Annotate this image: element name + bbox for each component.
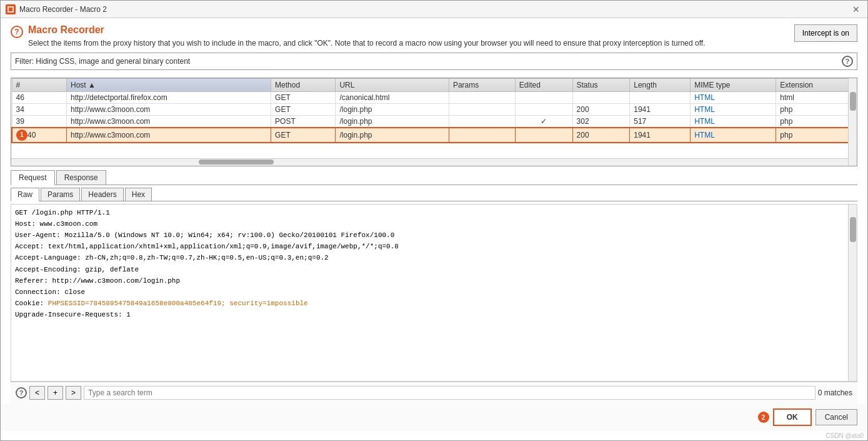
cookie-value: PHPSESSID=7845895475849a1658e800a485e64f… bbox=[48, 300, 308, 307]
footer-actions: 2 OK Cancel bbox=[1, 403, 867, 431]
request-line-cookie: Cookie: PHPSESSID=7845895475849a1658e800… bbox=[15, 298, 844, 309]
tab-request[interactable]: Request bbox=[11, 170, 55, 185]
intercept-button[interactable]: Intercept is on bbox=[794, 24, 857, 42]
cell-params bbox=[449, 128, 515, 143]
cell-length: 517 bbox=[630, 115, 691, 128]
cell-extension: php bbox=[776, 115, 856, 128]
content-scrollbar[interactable] bbox=[848, 205, 857, 381]
col-header-num[interactable]: # bbox=[12, 78, 66, 91]
cell-method: GET bbox=[271, 91, 336, 103]
window-title: Macro Recorder - Macro 2 bbox=[19, 5, 107, 14]
request-line: GET /login.php HTTP/1.1 bbox=[15, 207, 844, 218]
request-line: User-Agent: Mozilla/5.0 (Windows NT 10.0… bbox=[15, 230, 844, 241]
ok-button[interactable]: OK bbox=[773, 408, 812, 426]
cell-edited bbox=[515, 128, 572, 143]
cell-status bbox=[572, 91, 630, 103]
app-icon bbox=[6, 4, 16, 14]
col-header-edited[interactable]: Edited bbox=[515, 78, 572, 91]
sub-tab-row: Raw Params Headers Hex bbox=[11, 188, 857, 201]
nav-prev-button[interactable]: < bbox=[29, 386, 45, 400]
nav-add-button[interactable]: + bbox=[47, 386, 63, 400]
proxy-table: # Host ▲ Method URL Params Edited Status… bbox=[11, 78, 857, 143]
cell-url: /login.php bbox=[336, 103, 449, 115]
col-header-extension[interactable]: Extension bbox=[776, 78, 856, 91]
cancel-button[interactable]: Cancel bbox=[816, 409, 857, 425]
close-button[interactable]: ✕ bbox=[850, 4, 862, 15]
macro-recorder-title: Macro Recorder bbox=[28, 24, 706, 36]
cell-url: /login.php bbox=[336, 115, 449, 128]
cell-params bbox=[449, 91, 515, 103]
row-badge: 1 bbox=[16, 129, 27, 141]
request-line: Referer: http://www.c3moon.com/login.php bbox=[15, 275, 844, 286]
cell-num: 46 bbox=[12, 91, 66, 103]
cell-mime: HTML bbox=[691, 103, 776, 115]
cell-extension: php bbox=[776, 103, 856, 115]
request-line: Accept-Encoding: gzip, deflate bbox=[15, 264, 844, 275]
cell-url: /canonical.html bbox=[336, 91, 449, 103]
header-text-block: Macro Recorder Select the items from the… bbox=[28, 24, 706, 49]
col-header-host[interactable]: Host ▲ bbox=[66, 78, 271, 91]
main-tab-row: Request Response bbox=[11, 170, 857, 185]
search-bar: ? < + > 0 matches bbox=[11, 382, 857, 403]
cell-mime: HTML bbox=[691, 91, 776, 103]
sub-tab-headers[interactable]: Headers bbox=[81, 188, 123, 201]
cell-url: /login.php bbox=[336, 128, 449, 143]
cell-extension: php bbox=[776, 128, 856, 143]
svg-rect-1 bbox=[9, 8, 12, 11]
request-line: Connection: close bbox=[15, 286, 844, 298]
cell-params bbox=[449, 115, 515, 128]
request-text: GET /login.php HTTP/1.1 Host: www.c3moon… bbox=[11, 205, 857, 381]
tab-response[interactable]: Response bbox=[56, 170, 106, 185]
cell-extension: html bbox=[776, 91, 856, 103]
main-window: Macro Recorder - Macro 2 ✕ ? Macro Recor… bbox=[0, 0, 868, 441]
sub-tab-raw[interactable]: Raw bbox=[11, 188, 39, 201]
request-content-area: GET /login.php HTTP/1.1 Host: www.c3moon… bbox=[11, 204, 857, 382]
request-line: Accept-Language: zh-CN,zh;q=0.8,zh-TW;q=… bbox=[15, 252, 844, 263]
cell-host: http://detectportal.firefox.com bbox=[66, 91, 271, 103]
col-header-length[interactable]: Length bbox=[630, 78, 691, 91]
filter-bar: Filter: Hiding CSS, image and general bi… bbox=[11, 53, 857, 70]
cell-mime: HTML bbox=[691, 115, 776, 128]
nav-next-button[interactable]: > bbox=[66, 386, 81, 400]
match-count: 0 matches bbox=[818, 388, 852, 397]
cell-status: 200 bbox=[572, 103, 630, 115]
cell-status: 302 bbox=[572, 115, 630, 128]
col-header-mime[interactable]: MIME type bbox=[691, 78, 776, 91]
cell-params bbox=[449, 103, 515, 115]
title-bar: Macro Recorder - Macro 2 ✕ bbox=[1, 1, 867, 18]
scrollbar-thumb bbox=[850, 92, 856, 111]
sub-tab-hex[interactable]: Hex bbox=[125, 188, 152, 201]
proxy-table-container: # Host ▲ Method URL Params Edited Status… bbox=[11, 78, 857, 166]
table-scrollbar[interactable] bbox=[848, 78, 857, 166]
col-header-method[interactable]: Method bbox=[271, 78, 336, 91]
watermark: CSDN @ata0 bbox=[1, 431, 867, 440]
table-row[interactable]: 34 http://www.c3moon.com GET /login.php … bbox=[12, 103, 856, 115]
cell-mime: HTML bbox=[691, 128, 776, 143]
sub-tab-params[interactable]: Params bbox=[41, 188, 80, 201]
request-line: Accept: text/html,application/xhtml+xml,… bbox=[15, 241, 844, 252]
cell-status: 200 bbox=[572, 128, 630, 143]
col-header-url[interactable]: URL bbox=[336, 78, 449, 91]
cell-edited bbox=[515, 91, 572, 103]
cell-length bbox=[630, 91, 691, 103]
cell-edited: ✓ bbox=[515, 115, 572, 128]
search-input[interactable] bbox=[84, 386, 816, 400]
col-header-params[interactable]: Params bbox=[449, 78, 515, 91]
table-row[interactable]: 46 http://detectportal.firefox.com GET /… bbox=[12, 91, 856, 103]
table-row[interactable]: 39 http://www.c3moon.com POST /login.php… bbox=[12, 115, 856, 128]
header-help-icon[interactable]: ? bbox=[11, 26, 23, 38]
cell-num: 39 bbox=[12, 115, 66, 128]
cell-length: 1941 bbox=[630, 103, 691, 115]
horizontal-scrollbar[interactable] bbox=[11, 158, 848, 166]
cell-num: 140 bbox=[12, 128, 66, 143]
title-bar-left: Macro Recorder - Macro 2 bbox=[6, 4, 107, 14]
col-header-status[interactable]: Status bbox=[572, 78, 630, 91]
ok-badge: 2 bbox=[758, 412, 769, 423]
cell-method: GET bbox=[271, 103, 336, 115]
filter-help-icon[interactable]: ? bbox=[842, 56, 853, 67]
cell-host: http://www.c3moon.com bbox=[66, 103, 271, 115]
search-help-icon[interactable]: ? bbox=[16, 387, 27, 398]
cell-num: 34 bbox=[12, 103, 66, 115]
h-scrollbar-thumb bbox=[199, 160, 274, 165]
selected-table-row[interactable]: 140 http://www.c3moon.com GET /login.php… bbox=[12, 128, 856, 143]
